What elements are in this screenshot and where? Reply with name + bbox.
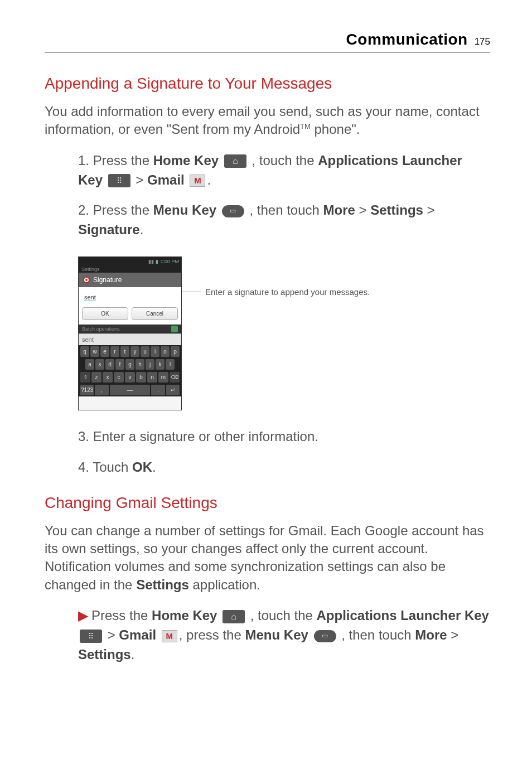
intro-text-b: phone". [311,122,360,137]
signature-input-area: sent [79,287,181,307]
key: ?123 [80,385,94,395]
b-more: More [415,627,447,642]
key-row-1: qwertyuiop [79,345,181,358]
key: ⌫ [170,372,180,382]
screenshot-container: ▮▮ ▮ 1:00 PM Settings Signature sent OK … [78,256,490,410]
key: f [115,359,124,370]
cancel-button: Cancel [132,307,178,320]
step2-c: , then touch [246,202,323,217]
callout-text: Enter a signature to append your message… [205,287,370,297]
steps-list-2: 3. Enter a signature or other informatio… [78,427,490,477]
s2-body-c: application. [189,577,260,592]
step-4: 4. Touch OK. [78,458,490,477]
step2-e: > [355,202,370,217]
key: ↵ [166,385,180,395]
tm-mark: TM [300,122,311,130]
steps-list-1: 1. Press the Home Key , touch the Applic… [78,151,490,240]
key: g [125,359,134,370]
b-a: Press the [91,608,152,623]
step1-a: 1. Press the [78,153,153,168]
s2-body-a: You can change a number of settings for … [45,523,484,592]
battery-icon: ▮ [156,259,158,264]
step-1: 1. Press the Home Key , touch the Applic… [78,151,490,190]
key: a [85,359,94,370]
screen-title-bar: Settings [79,266,181,273]
key-row-2: asdfghjkl [79,358,181,371]
keyboard: qwertyuiop asdfghjkl ⇧zxcvbnm⌫ ?123,—.↵ [79,345,181,396]
key: z [91,372,101,382]
key: j [146,359,154,370]
step2-a: 2. Press the [78,202,153,217]
key: x [103,372,113,382]
key: o [161,346,170,357]
dialog-icon [83,277,90,283]
dialog-buttons: OK Cancel [79,307,181,325]
step2-menu-key: Menu Key [153,202,216,217]
clock: 1:00 PM [160,259,179,264]
step-2: 2. Press the Menu Key , then touch More … [78,201,490,240]
key: m [158,372,168,382]
step1-gmail: Gmail [147,172,185,187]
section1-intro: You add information to every email you s… [45,103,490,139]
dialog-header: Signature [79,273,181,287]
key: t [120,346,129,357]
key-row-3: ⇧zxcvbnm⌫ [79,371,181,384]
triangle-bullet-icon: ▶ [78,606,88,626]
b-menu-key: Menu Key [245,627,308,642]
keyboard-prediction: sent [79,333,181,345]
b-home-key: Home Key [152,608,217,623]
callout: Enter a signature to append your message… [182,287,370,297]
step2-signature: Signature [78,222,140,237]
launcher-key-icon-2 [80,630,102,643]
step2-more: More [323,202,355,217]
step4-c: . [152,459,156,475]
key: — [110,385,151,395]
key: s [95,359,104,370]
bullet-step: ▶Press the Home Key , touch the Applicat… [78,606,490,664]
key: b [136,372,146,382]
batch-check-icon [171,326,178,332]
key: u [141,346,149,357]
key: p [171,346,180,357]
step1-g: . [207,172,211,187]
b-g: , press the [179,627,245,642]
step4-a: 4. Touch [78,459,132,475]
callout-line [181,292,201,292]
s2-settings-word: Settings [136,577,189,592]
step1-c: , touch the [248,153,318,168]
key: d [105,359,114,370]
key: k [156,359,165,370]
key: , [95,385,108,395]
key-row-4: ?123,—.↵ [79,384,181,396]
header-title: Communication [346,31,468,49]
key: e [100,346,109,357]
section-title-signature: Appending a Signature to Your Messages [45,75,490,93]
gmail-icon-2 [162,630,177,642]
screen-title: Settings [81,267,100,272]
step-3: 3. Enter a signature or other informatio… [78,427,490,447]
key: h [136,359,144,370]
page-number: 175 [475,36,490,47]
b-i: , then touch [338,627,415,642]
b-k: > [447,627,459,642]
b-m: . [131,647,135,662]
step2-settings: Settings [370,202,423,217]
b-settings: Settings [78,647,131,662]
b-launcher: Applications Launcher Key [317,608,489,623]
section-title-settings: Changing Gmail Settings [45,494,490,512]
home-key-icon-2 [223,610,245,623]
step2-g: > [423,202,435,217]
b-gmail: Gmail [119,627,156,642]
key: ⇧ [80,372,90,382]
key: c [114,372,124,382]
gmail-icon [190,175,205,187]
batch-row: Batch operations [79,325,181,333]
b-e: > [104,627,119,642]
statusbar: ▮▮ ▮ 1:00 PM [79,257,181,266]
phone-screenshot: ▮▮ ▮ 1:00 PM Settings Signature sent OK … [78,256,182,410]
home-key-icon [224,154,246,168]
step1-home-key: Home Key [153,153,219,168]
menu-key-icon [222,205,244,217]
section2-body: You can change a number of settings for … [45,522,490,594]
key: w [90,346,99,357]
